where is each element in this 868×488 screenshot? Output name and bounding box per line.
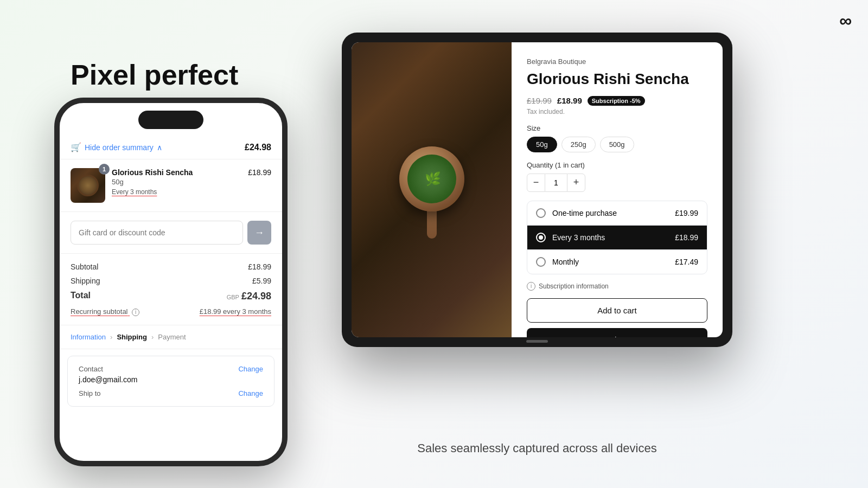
tea-leaves-decoration: 🌿: [425, 171, 439, 187]
contact-email: j.doe@gmail.com: [79, 375, 263, 384]
monthly-radio: [536, 257, 546, 267]
phone-frame: 🛒 Hide order summary ∧ £24.98 1 Glorious…: [54, 98, 288, 466]
monthly-option[interactable]: Monthly £17.49: [527, 250, 707, 274]
tea-bowl-visual: 🌿: [378, 136, 486, 244]
one-time-purchase-option[interactable]: One-time purchase £19.99: [527, 201, 707, 226]
tablet-product-title: Glorious Rishi Sencha: [527, 70, 707, 88]
totals-section: Subtotal £18.99 Shipping £5.99 Total GBP…: [60, 254, 282, 325]
contact-change-link[interactable]: Change: [238, 365, 263, 373]
gift-card-section: →: [60, 212, 282, 254]
quantity-label: Quantity (1 in cart): [527, 161, 707, 169]
subtotal-row: Subtotal £18.99: [71, 262, 271, 271]
monthly-price: £17.49: [675, 258, 698, 266]
product-thumbnail: [71, 168, 105, 203]
subscription-badge: Subscription -5%: [588, 96, 645, 106]
product-quantity-badge: 1: [99, 164, 110, 175]
current-price: £18.99: [557, 96, 582, 105]
breadcrumb: Information › Shipping › Payment: [60, 325, 282, 349]
gift-card-apply-button[interactable]: →: [247, 221, 271, 245]
every-3-months-price: £18.99: [675, 233, 698, 242]
order-summary-bar[interactable]: 🛒 Hide order summary ∧ £24.98: [60, 136, 282, 159]
product-details: Glorious Rishi Sencha 50g Every 3 months: [112, 168, 241, 196]
total-price: GBP£24.98: [227, 291, 271, 302]
product-price: £18.99: [248, 168, 271, 177]
tablet-product-info: Belgravia Boutique Glorious Rishi Sencha…: [512, 42, 723, 337]
size-options: 50g 250g 500g: [527, 137, 707, 152]
tax-note: Tax included.: [527, 108, 707, 115]
gift-card-input[interactable]: [71, 221, 243, 245]
product-thumbnail-container: 1: [71, 168, 105, 203]
breadcrumb-shipping[interactable]: Shipping: [117, 333, 147, 341]
product-name: Glorious Rishi Sencha: [112, 168, 241, 177]
ship-to-header: Ship to Change: [79, 389, 263, 397]
quantity-row: − 1 +: [527, 174, 707, 192]
shipping-label: Shipping: [71, 277, 100, 285]
currency-label: GBP: [227, 294, 239, 300]
dynamic-island: [138, 111, 203, 129]
recurring-value: £18.99 every 3 months: [200, 307, 271, 316]
page-title: Pixel perfect: [71, 60, 238, 91]
breadcrumb-chevron-1: ›: [110, 333, 112, 341]
every-3-months-option[interactable]: Every 3 months £18.99: [527, 226, 707, 250]
price-row: £19.99 £18.99 Subscription -5%: [527, 96, 707, 106]
phone-mockup: 🛒 Hide order summary ∧ £24.98 1 Glorious…: [54, 98, 288, 466]
quantity-decrease-button[interactable]: −: [527, 174, 545, 192]
add-to-cart-button[interactable]: Add to cart: [527, 298, 707, 323]
quantity-increase-button[interactable]: +: [567, 174, 585, 192]
every-3-months-radio: [536, 233, 546, 242]
order-summary-label: Hide order summary: [85, 143, 154, 152]
tea-inner: 🌿: [407, 155, 456, 203]
ship-to-label: Ship to: [79, 389, 100, 397]
one-time-radio: [536, 208, 546, 218]
grand-price: £24.98: [241, 291, 271, 301]
shipping-value: £5.99: [252, 277, 271, 285]
size-50g-button[interactable]: 50g: [527, 137, 557, 152]
chevron-up-icon: ∧: [157, 143, 162, 152]
product-subscription: Every 3 months: [112, 188, 241, 196]
recurring-info-icon[interactable]: i: [132, 309, 139, 316]
cart-icon: 🛒: [71, 142, 81, 152]
tablet-mockup: 🌿 Belgravia Boutique Glorious Rishi Senc…: [342, 33, 732, 347]
infinity-logo: ∞: [839, 11, 852, 31]
recurring-row: Recurring subtotal i £18.99 every 3 mont…: [71, 307, 271, 316]
phone-content: 🛒 Hide order summary ∧ £24.98 1 Glorious…: [60, 103, 282, 461]
size-label: Size: [527, 124, 707, 132]
info-icon: i: [527, 282, 535, 291]
recurring-label: Recurring subtotal i: [71, 307, 139, 316]
tablet-home-indicator: [526, 340, 548, 343]
brand-name: Belgravia Boutique: [527, 57, 707, 66]
order-summary-toggle[interactable]: 🛒 Hide order summary ∧: [71, 142, 162, 152]
breadcrumb-information[interactable]: Information: [71, 333, 106, 341]
subtotal-value: £18.99: [248, 262, 271, 271]
tablet-product-image: 🌿: [352, 42, 512, 337]
tablet-frame: 🌿 Belgravia Boutique Glorious Rishi Senc…: [342, 33, 732, 347]
arrow-right-icon: →: [254, 227, 264, 239]
contact-section: Contact Change j.doe@gmail.com Ship to C…: [67, 356, 275, 407]
product-variant: 50g: [112, 178, 241, 186]
original-price: £19.99: [527, 96, 552, 105]
product-thumb-inner: [77, 175, 99, 196]
subscription-info-label[interactable]: Subscription information: [539, 282, 609, 290]
contact-label: Contact: [79, 365, 103, 373]
contact-header: Contact Change: [79, 365, 263, 373]
ship-to-change-link[interactable]: Change: [238, 389, 263, 397]
one-time-label: One-time purchase: [552, 209, 675, 217]
size-250g-button[interactable]: 250g: [561, 137, 596, 152]
order-total-price: £24.98: [245, 143, 271, 152]
every-3-months-label: Every 3 months: [552, 233, 675, 242]
breadcrumb-chevron-2: ›: [151, 333, 154, 341]
monthly-label: Monthly: [552, 258, 675, 266]
one-time-price: £19.99: [675, 209, 698, 217]
total-label: Total: [71, 291, 91, 302]
tablet-screen: 🌿 Belgravia Boutique Glorious Rishi Senc…: [352, 42, 723, 337]
bottom-tagline: Sales seamlessly captured across all dev…: [342, 441, 732, 455]
phone-product-row: 1 Glorious Rishi Sencha 50g Every 3 mont…: [60, 159, 282, 212]
shipping-row: Shipping £5.99: [71, 277, 271, 285]
buy-it-now-button[interactable]: Buy it now: [527, 328, 707, 337]
subtotal-label: Subtotal: [71, 262, 98, 271]
quantity-value: 1: [545, 174, 567, 192]
tea-bowl: 🌿: [399, 146, 464, 211]
size-500g-button[interactable]: 500g: [600, 137, 634, 152]
radio-dot: [539, 235, 543, 240]
subscription-info: i Subscription information: [527, 282, 707, 291]
